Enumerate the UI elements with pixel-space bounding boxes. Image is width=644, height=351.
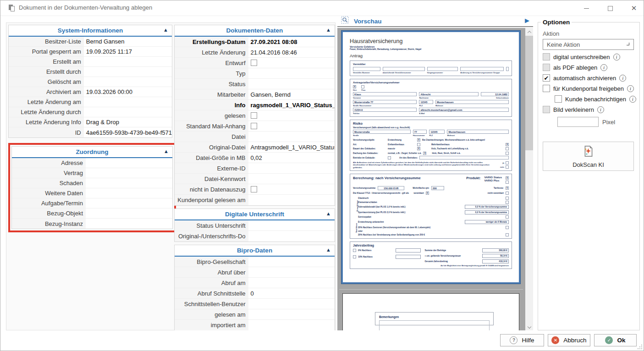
- field-value[interactable]: [248, 231, 335, 241]
- checkbox[interactable]: [251, 112, 257, 119]
- field-value[interactable]: [248, 79, 335, 89]
- field-row: Abruf Schnittstelle0: [175, 288, 335, 299]
- field-value[interactable]: [248, 121, 335, 131]
- scrollbar-thumb[interactable]: [525, 36, 533, 150]
- field-value[interactable]: [84, 67, 172, 77]
- field-value[interactable]: [248, 320, 335, 330]
- field-value[interactable]: 21.04.2016 08:46: [248, 47, 335, 57]
- field-value[interactable]: [248, 220, 335, 230]
- field-value[interactable]: [84, 97, 172, 107]
- field-value[interactable]: Gansen, Bernd: [248, 89, 335, 99]
- preview-page-2[interactable]: Bemerkungen: [342, 293, 519, 330]
- dokscan-ki-button[interactable]: DokScan KI: [543, 142, 634, 171]
- info-icon[interactable]: i: [613, 54, 620, 60]
- collapse-icon[interactable]: ▲: [326, 247, 331, 252]
- scroll-down-icon[interactable]: [525, 323, 533, 330]
- field-value[interactable]: [248, 58, 335, 68]
- preview-body[interactable]: Hausratversicherung Versicherte Gefahren…: [337, 28, 533, 330]
- options-legend: Optionen: [541, 19, 572, 26]
- resize-grip[interactable]: [638, 345, 642, 349]
- field-value[interactable]: [86, 198, 172, 208]
- field-value[interactable]: [248, 267, 335, 277]
- info-icon[interactable]: i: [629, 96, 636, 103]
- footer-bar: ? Hilfe ✕ Abbruch ✓ Ok: [0, 330, 644, 351]
- maximize-button[interactable]: [605, 3, 615, 13]
- panel-header[interactable]: Zuordnung▲: [12, 147, 172, 158]
- form-text: 20% Nachlass bei Vereinbarung einer Selb…: [358, 234, 425, 236]
- field-caption: abweichende Vermittlernummer: [383, 71, 425, 74]
- checkbox[interactable]: [251, 123, 257, 129]
- pixel-input[interactable]: [557, 117, 599, 127]
- help-button[interactable]: ? Hilfe: [500, 334, 544, 346]
- cancel-icon: ✕: [551, 336, 559, 344]
- field-label: Original-/Unterschrifts-Do: [175, 231, 248, 241]
- field-value[interactable]: [84, 107, 172, 117]
- field-value[interactable]: [248, 163, 335, 173]
- field-value[interactable]: [248, 299, 335, 309]
- field-value[interactable]: [248, 278, 335, 288]
- field-value[interactable]: [86, 178, 172, 188]
- preview-scrollbar[interactable]: [525, 28, 533, 330]
- panel-dokumenten-daten: Dokumenten-Daten▲Erstellungs-Datum27.09.…: [174, 25, 335, 206]
- field-value[interactable]: ragsmodell_1_VARIO_Status_Stan: [248, 100, 335, 110]
- field-value[interactable]: [86, 158, 172, 168]
- field-value[interactable]: [86, 188, 172, 198]
- field-value[interactable]: [84, 57, 172, 66]
- form-value-box: weniger als 6 Monate: [465, 220, 509, 224]
- panel-header[interactable]: System-Informationen▲: [9, 25, 172, 37]
- field-value[interactable]: [248, 68, 335, 78]
- field-value[interactable]: [248, 195, 335, 205]
- field-value[interactable]: 4ae61559-593b-4739-be49-f57176: [84, 127, 172, 137]
- cancel-button[interactable]: ✕ Abbruch: [548, 334, 590, 346]
- checkbox[interactable]: [543, 53, 550, 60]
- field-value[interactable]: [248, 110, 335, 121]
- aktion-select[interactable]: Keine Aktion: [543, 39, 634, 50]
- field-value[interactable]: 19.09.2025 11:17: [84, 47, 172, 56]
- field-value[interactable]: [86, 168, 172, 178]
- field-value[interactable]: Bernd Gansen: [84, 37, 172, 46]
- field-value[interactable]: [248, 184, 335, 194]
- field-value[interactable]: 0,02: [248, 153, 335, 163]
- field-value[interactable]: [84, 77, 172, 87]
- checkbox[interactable]: [251, 186, 257, 192]
- panel-header[interactable]: Bipro-Daten▲: [175, 245, 335, 257]
- checkbox[interactable]: [543, 85, 550, 92]
- ok-button[interactable]: ✓ Ok: [594, 334, 637, 346]
- form-heading: Antrag: [350, 53, 512, 58]
- field-value[interactable]: Drag & Drop: [84, 117, 172, 127]
- info-icon[interactable]: i: [619, 75, 626, 82]
- panel-header[interactable]: Digitale Unterschrift▲: [175, 209, 335, 220]
- field-value[interactable]: Antragsmodell_1_VARIO_Status_Sta: [248, 142, 335, 152]
- field-value[interactable]: [248, 257, 335, 267]
- collapse-icon[interactable]: ▲: [163, 27, 168, 33]
- close-button[interactable]: ✕: [629, 3, 639, 13]
- panel-header[interactable]: Dokumenten-Daten▲: [175, 25, 335, 37]
- field-caption: Geburtsdatum: [481, 97, 509, 99]
- field-value[interactable]: [86, 208, 172, 218]
- field-value[interactable]: [86, 219, 172, 229]
- collapse-icon[interactable]: ▲: [164, 148, 169, 154]
- checkbox[interactable]: ✔: [543, 74, 550, 82]
- checkbox[interactable]: [251, 60, 257, 66]
- field-value[interactable]: 27.09.2021 08:08: [248, 37, 335, 47]
- expand-right-icon[interactable]: ▶: [525, 17, 529, 24]
- field-value[interactable]: [248, 309, 335, 319]
- collapse-icon[interactable]: ▲: [326, 27, 331, 33]
- field-value[interactable]: [248, 174, 335, 184]
- field-label: Entwurf: [175, 58, 248, 68]
- scroll-up-icon[interactable]: [525, 28, 533, 36]
- preview-page-1[interactable]: Hausratversicherung Versicherte Gefahren…: [341, 31, 520, 284]
- field-value[interactable]: 19.03.2026 00:00: [84, 87, 172, 97]
- checkbox[interactable]: [543, 106, 550, 113]
- form-checkbox: X: [417, 138, 420, 142]
- field-value[interactable]: [248, 132, 335, 142]
- minimize-button[interactable]: [581, 3, 591, 13]
- checkbox[interactable]: [555, 95, 562, 103]
- info-icon[interactable]: i: [597, 106, 604, 113]
- collapse-icon[interactable]: ▲: [326, 211, 331, 216]
- checkbox[interactable]: [543, 64, 550, 71]
- field-value[interactable]: 0: [248, 288, 335, 298]
- info-icon[interactable]: i: [627, 85, 634, 92]
- info-icon[interactable]: i: [600, 64, 607, 71]
- dialog-window: Dokument in der Dokumenten-Verwaltung ab…: [0, 0, 644, 351]
